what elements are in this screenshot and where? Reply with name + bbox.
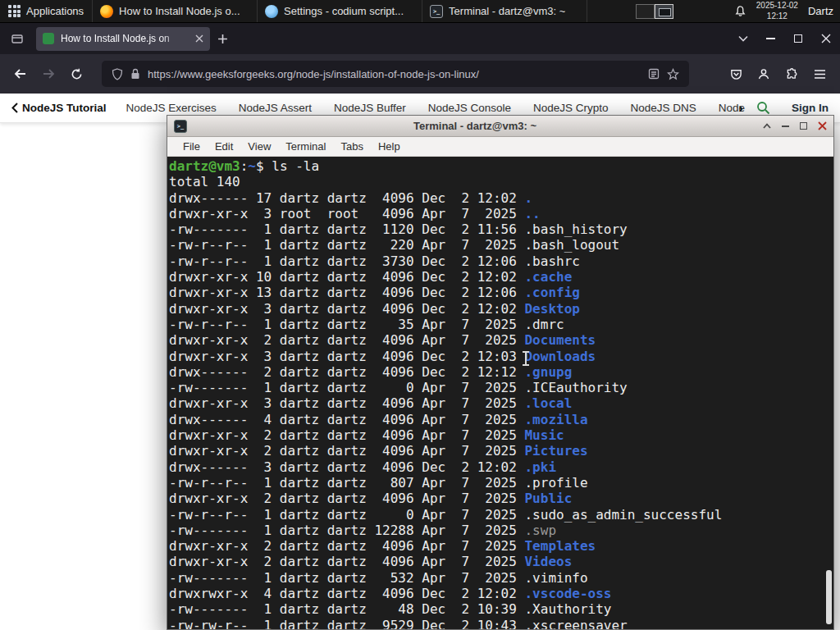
taskbar-window-button[interactable]: >_Terminal - dartz@vm3: ~ <box>422 0 587 22</box>
terminal-body[interactable]: dartz@vm3:~$ ls -latotal 140drwx------ 1… <box>167 157 833 629</box>
list-all-tabs-icon[interactable] <box>730 27 756 50</box>
terminal-line: drwxr-xr-x 10 dartz dartz 4096 Dec 2 12:… <box>169 269 833 285</box>
firefox-view-icon[interactable] <box>5 27 30 50</box>
clock[interactable]: 2025-12-02 12:12 <box>756 1 798 21</box>
terminal-window-controls <box>763 121 827 130</box>
terminal-close-icon[interactable] <box>818 121 827 130</box>
window-minimize-button[interactable] <box>756 23 784 54</box>
window-maximize-button[interactable] <box>784 23 812 54</box>
applications-icon <box>8 5 21 17</box>
terminal-line: -rw------- 1 dartz dartz 0 Apr 7 2025 .I… <box>169 380 833 395</box>
tab-favicon <box>43 33 54 44</box>
clock-date: 2025-12-02 <box>756 1 798 11</box>
tab-close-icon[interactable] <box>195 34 203 43</box>
site-nav-item[interactable]: NodeJS Exercises <box>126 102 217 114</box>
browser-tab-active[interactable]: How to Install Node.js on <box>36 27 210 51</box>
terminal-minimize-icon[interactable] <box>782 126 789 127</box>
sign-in-button[interactable]: Sign In <box>792 102 829 114</box>
site-nav-item[interactable]: NodeJS DNS <box>631 102 696 114</box>
terminal-menubar: FileEditViewTerminalTabsHelp <box>167 137 833 157</box>
workspace-2-active[interactable] <box>655 4 673 19</box>
terminal-menu-view[interactable]: View <box>240 140 278 153</box>
terminal-line: -rw------- 1 dartz dartz 532 Apr 7 2025 … <box>169 570 833 586</box>
site-nav-item[interactable]: NodeJS Crypto <box>533 102 609 114</box>
terminal-line: drwxr-xr-x 2 dartz dartz 4096 Apr 7 2025… <box>169 554 833 569</box>
terminal-scrollbar-thumb[interactable] <box>826 570 832 624</box>
terminal-menu-file[interactable]: File <box>176 140 208 153</box>
terminal-icon: >_ <box>430 5 443 18</box>
terminal-menu-tabs[interactable]: Tabs <box>333 140 370 153</box>
window-close-button[interactable] <box>812 23 840 54</box>
pocket-icon[interactable] <box>722 61 750 87</box>
terminal-line: drwx------ 2 dartz dartz 4096 Dec 2 12:1… <box>169 364 833 380</box>
site-nav-item[interactable]: NodeJS Assert <box>239 102 312 114</box>
terminal-line: drwxr-xr-x 2 dartz dartz 4096 Apr 7 2025… <box>169 538 833 554</box>
terminal-line: drwxr-xr-x 13 dartz dartz 4096 Dec 2 12:… <box>169 285 833 300</box>
terminal-line: dartz@vm3:~$ ls -la <box>169 158 833 174</box>
terminal-line: drwxr-xr-x 3 root root 4096 Apr 7 2025 .… <box>169 206 833 221</box>
terminal-line: -rw------- 1 dartz dartz 12288 Apr 7 202… <box>169 523 833 538</box>
workspace-switcher[interactable] <box>636 0 673 22</box>
menu-hamburger-icon[interactable] <box>806 61 833 87</box>
terminal-line: drwxr-xr-x 2 dartz dartz 4096 Apr 7 2025… <box>169 332 833 348</box>
reader-view-icon[interactable] <box>648 68 660 80</box>
url-text[interactable]: https://www.geeksforgeeks.org/node-js/in… <box>148 68 641 80</box>
terminal-line: -rw-r--r-- 1 dartz dartz 220 Apr 7 2025 … <box>169 237 833 253</box>
notification-bell-icon[interactable] <box>734 5 746 17</box>
terminal-menu-terminal[interactable]: Terminal <box>278 140 333 153</box>
taskbar-window-button[interactable]: How to Install Node.js o... <box>93 0 258 22</box>
tab-title: How to Install Node.js on <box>61 33 189 44</box>
site-nav-item[interactable]: NodeJS Console <box>428 102 511 114</box>
site-nav-back[interactable]: NodeJS Tutorial <box>11 102 107 114</box>
terminal-line: drwxr-xr-x 2 dartz dartz 4096 Apr 7 2025… <box>169 443 833 459</box>
terminal-maximize-icon[interactable] <box>800 122 807 130</box>
terminal-line: drwxr-xr-x 2 dartz dartz 4096 Apr 7 2025… <box>169 427 833 443</box>
terminal-line: total 140 <box>169 174 833 189</box>
applications-menu[interactable]: Applications <box>0 0 93 22</box>
terminal-line: drwxr-xr-x 3 dartz dartz 4096 Apr 7 2025… <box>169 395 833 411</box>
terminal-line: drwxrwxr-x 4 dartz dartz 4096 Dec 2 12:0… <box>169 586 833 601</box>
extensions-icon[interactable] <box>778 61 806 87</box>
terminal-output: dartz@vm3:~$ ls -latotal 140drwx------ 1… <box>169 158 833 629</box>
site-search-icon[interactable] <box>756 101 770 115</box>
terminal-line: -rw-r--r-- 1 dartz dartz 3730 Dec 2 12:0… <box>169 253 833 269</box>
mouse-ibeam-cursor <box>525 352 527 365</box>
account-icon[interactable] <box>750 61 778 87</box>
taskbar-window-title: Terminal - dartz@vm3: ~ <box>449 5 565 17</box>
terminal-titlebar[interactable]: >_ Terminal - dartz@vm3: ~ <box>167 116 833 137</box>
site-nav-scroll-right-icon[interactable]: › <box>738 100 743 116</box>
site-nav-back-label: NodeJS Tutorial <box>22 102 107 114</box>
terminal-line: -rw-r--r-- 1 dartz dartz 0 Apr 7 2025 .s… <box>169 507 833 523</box>
terminal-shade-icon[interactable] <box>763 123 771 129</box>
site-nav-items: NodeJS ExercisesNodeJS AssertNodeJS Buff… <box>126 102 749 114</box>
taskbar-window-title: Settings - codium script... <box>284 5 404 17</box>
back-icon[interactable] <box>7 61 34 87</box>
user-name[interactable]: Dartz <box>808 5 835 17</box>
tab-bar: How to Install Node.js on <box>0 23 840 54</box>
bookmark-star-icon[interactable] <box>667 68 679 80</box>
terminal-line: drwx------ 17 dartz dartz 4096 Dec 2 12:… <box>169 190 833 206</box>
terminal-line: drwx------ 3 dartz dartz 4096 Dec 2 12:0… <box>169 459 833 475</box>
terminal-line: -rw-r--r-- 1 dartz dartz 35 Apr 7 2025 .… <box>169 317 833 332</box>
terminal-line: -rw-rw-r-- 1 dartz dartz 9529 Dec 2 10:4… <box>169 618 833 629</box>
terminal-menu-edit[interactable]: Edit <box>208 140 240 153</box>
tracking-shield-icon[interactable] <box>112 68 123 80</box>
url-bar[interactable]: https://www.geeksforgeeks.org/node-js/in… <box>102 61 689 87</box>
terminal-line: drwx------ 4 dartz dartz 4096 Apr 7 2025… <box>169 412 833 427</box>
forward-icon[interactable] <box>34 61 62 87</box>
terminal-window: >_ Terminal - dartz@vm3: ~ FileEditViewT… <box>167 115 834 630</box>
taskbar-window-title: How to Install Node.js o... <box>119 5 240 17</box>
taskbar-window-button[interactable]: Settings - codium script... <box>258 0 422 22</box>
lock-icon[interactable] <box>130 68 140 80</box>
terminal-line: -rw------- 1 dartz dartz 1120 Dec 2 11:5… <box>169 221 833 237</box>
clock-time: 12:12 <box>756 11 798 22</box>
terminal-line: drwxr-xr-x 3 dartz dartz 4096 Dec 2 12:0… <box>169 349 833 364</box>
workspace-1[interactable] <box>636 4 655 19</box>
taskbar: Applications How to Install Node.js o...… <box>0 0 840 23</box>
terminal-menu-help[interactable]: Help <box>371 140 408 153</box>
terminal-line: drwxr-xr-x 3 dartz dartz 4096 Dec 2 12:0… <box>169 301 833 317</box>
terminal-line: drwxr-xr-x 2 dartz dartz 4096 Apr 7 2025… <box>169 491 833 506</box>
reload-icon[interactable] <box>62 61 90 87</box>
site-nav-item[interactable]: NodeJS Buffer <box>334 102 406 114</box>
new-tab-button[interactable] <box>210 27 235 50</box>
